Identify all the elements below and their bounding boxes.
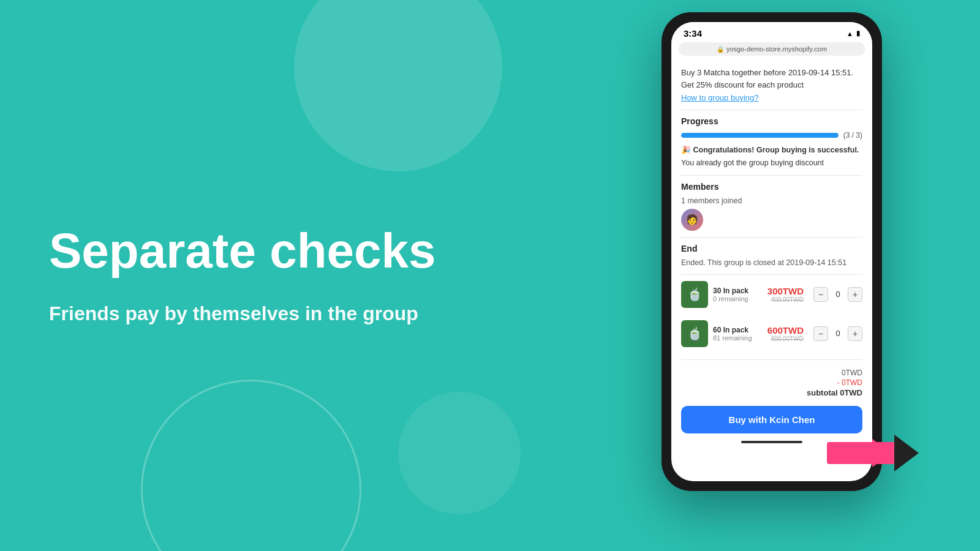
status-time: 3:34 — [684, 28, 702, 39]
total-subtotal: subtotal 0TWD — [681, 388, 862, 397]
bg-circle-1 — [294, 0, 502, 171]
phone-mockup: 3:34 ▲ ▮ 🔒 yosgo-demo-store.myshopify.co… — [662, 12, 882, 491]
battery-icon: ▮ — [856, 29, 860, 37]
product-name-1: 30 In pack — [713, 287, 763, 295]
how-to-link[interactable]: How to group buying? — [681, 93, 862, 102]
product-img-1: 🍵 — [681, 281, 708, 308]
arrow-shape — [827, 435, 919, 471]
left-content: Separate checks Friends pay by themselve… — [49, 224, 436, 328]
progress-label: (3 / 3) — [843, 131, 862, 140]
phone-container: 3:34 ▲ ▮ 🔒 yosgo-demo-store.myshopify.co… — [662, 12, 882, 491]
qty-value-1: 0 — [831, 290, 845, 299]
divider-4 — [681, 274, 862, 275]
sub-heading: Friends pay by themselves in the group — [49, 300, 436, 328]
product-remaining-2: 81 remaining — [713, 334, 763, 342]
product-info-1: 30 In pack 0 remaining — [713, 287, 763, 302]
progress-bar-container: (3 / 3) — [681, 131, 862, 140]
avatar-emoji: 🧑 — [686, 214, 698, 225]
product-row-1: 🍵 30 In pack 0 remaining 300TWD 400.00TW… — [681, 281, 862, 314]
product-price-old-1: 400.00TWD — [767, 296, 804, 303]
qty-value-2: 0 — [831, 329, 845, 338]
wifi-icon: ▲ — [846, 30, 853, 37]
buy-button[interactable]: Buy with Kcin Chen — [681, 406, 862, 433]
congrats-line2: You already got the group buying discoun… — [681, 157, 862, 169]
qty-minus-1[interactable]: − — [813, 287, 828, 302]
end-section: End Ended. This group is closed at 2019-… — [681, 244, 862, 267]
product-img-2: 🍵 — [681, 320, 708, 347]
url-text: yosgo-demo-store.myshopify.com — [726, 45, 827, 53]
status-bar: 3:34 ▲ ▮ — [671, 22, 872, 42]
status-icons: ▲ ▮ — [846, 29, 860, 37]
qty-control-2: − 0 + — [813, 326, 862, 341]
product-remaining-1: 0 remaining — [713, 295, 763, 302]
totals: 0TWD - 0TWD subtotal 0TWD — [681, 366, 862, 400]
main-heading: Separate checks — [49, 224, 436, 278]
home-indicator — [741, 441, 802, 443]
product-price-new-1: 300TWD — [767, 286, 804, 296]
product-name-2: 60 In pack — [713, 326, 763, 334]
divider-1 — [681, 110, 862, 110]
total-line: 0TWD — [681, 369, 862, 377]
qty-minus-2[interactable]: − — [813, 326, 828, 341]
congrats-emoji: 🎉 — [681, 146, 691, 154]
divider-3 — [681, 237, 862, 238]
members-section: Members 1 members joined 🧑 — [681, 182, 862, 231]
members-title: Members — [681, 182, 862, 192]
total-discount: - 0TWD — [681, 378, 862, 387]
progress-bar-track — [681, 133, 839, 138]
product-price-group-1: 300TWD 400.00TWD — [767, 286, 804, 303]
product-info-2: 60 In pack 81 remaining — [713, 326, 763, 342]
url-bar[interactable]: 🔒 yosgo-demo-store.myshopify.com — [679, 42, 865, 56]
arrow-head-inner — [872, 439, 892, 467]
product-price-new-2: 600TWD — [767, 325, 804, 335]
promo-text: Buy 3 Matcha together before 2019-09-14 … — [681, 67, 862, 91]
product-row-2: 🍵 60 In pack 81 remaining 600TWD 800.00T… — [681, 320, 862, 353]
product-price-group-2: 600TWD 800.00TWD — [767, 325, 804, 342]
progress-title: Progress — [681, 116, 862, 126]
progress-bar-fill — [681, 133, 839, 138]
qty-plus-2[interactable]: + — [848, 326, 862, 341]
phone-screen: 3:34 ▲ ▮ 🔒 yosgo-demo-store.myshopify.co… — [671, 22, 872, 481]
qty-control-1: − 0 + — [813, 287, 862, 302]
arrow-container — [827, 435, 919, 471]
lock-icon: 🔒 — [717, 46, 724, 53]
bg-circle-3 — [141, 380, 361, 551]
member-avatar: 🧑 — [681, 209, 703, 231]
end-text: Ended. This group is closed at 2019-09-1… — [681, 258, 862, 267]
congrats-text: 🎉 Congratulations! Group buying is succe… — [681, 144, 862, 156]
content-area: Buy 3 Matcha together before 2019-09-14 … — [671, 61, 872, 457]
members-count: 1 members joined — [681, 197, 862, 205]
arrow-tip-wrapper — [894, 435, 919, 471]
arrow-head-outer — [894, 435, 919, 471]
product-price-old-2: 800.00TWD — [767, 335, 804, 342]
end-title: End — [681, 244, 862, 253]
congrats-line1: Congratulations! Group buying is success… — [693, 146, 859, 154]
divider-5 — [681, 359, 862, 360]
qty-plus-1[interactable]: + — [848, 287, 862, 302]
bg-circle-4 — [398, 392, 521, 514]
divider-2 — [681, 175, 862, 176]
